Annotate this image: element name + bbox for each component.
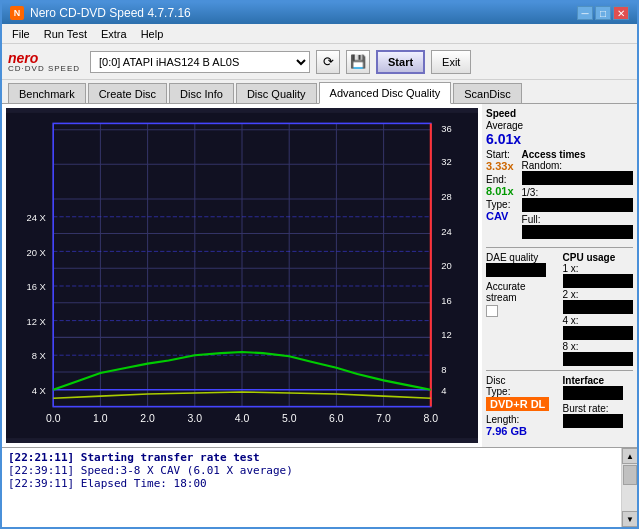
- burst-rate-value: [563, 414, 623, 428]
- accurate-stream-checkbox[interactable]: [486, 305, 498, 317]
- speed-end-label: End:: [486, 174, 514, 185]
- menu-extra[interactable]: Extra: [95, 26, 133, 42]
- speed-type-value: CAV: [486, 210, 514, 222]
- drive-select[interactable]: [0:0] ATAPI iHAS124 B AL0S: [90, 51, 310, 73]
- dae-cpu-section: DAE quality Accurate stream CPU usage 1 …: [486, 252, 633, 366]
- log-scrollbar: ▲ ▼: [621, 448, 637, 527]
- minimize-button[interactable]: ─: [577, 6, 593, 20]
- tab-disc-quality[interactable]: Disc Quality: [236, 83, 317, 103]
- svg-text:4: 4: [441, 385, 446, 396]
- tabs-bar: Benchmark Create Disc Disc Info Disc Qua…: [2, 80, 637, 104]
- speed-average-value: 6.01x: [486, 131, 633, 147]
- title-bar: N Nero CD-DVD Speed 4.7.7.16 ─ □ ✕: [2, 2, 637, 24]
- app-icon: N: [10, 6, 24, 20]
- tab-create-disc[interactable]: Create Disc: [88, 83, 167, 103]
- accurate-stream-label: Accurate stream: [486, 281, 557, 303]
- menu-help[interactable]: Help: [135, 26, 170, 42]
- divider-2: [486, 370, 633, 371]
- stats-panel: Speed Average 6.01x Start: 3.33x End: 8.…: [482, 104, 637, 447]
- access-times-title: Access times: [522, 149, 633, 160]
- dae-quality-label: DAE quality: [486, 252, 557, 263]
- nero-text: nero: [8, 51, 80, 65]
- cpu-4x-value: [563, 326, 634, 340]
- tab-disc-info[interactable]: Disc Info: [169, 83, 234, 103]
- menu-file[interactable]: File: [6, 26, 36, 42]
- log-line-1: [22:21:11] Starting transfer rate test: [8, 451, 615, 464]
- svg-text:4.0: 4.0: [235, 413, 250, 424]
- svg-text:0.0: 0.0: [46, 413, 61, 424]
- svg-text:16: 16: [441, 295, 452, 306]
- disc-length-label: Length:: [486, 414, 557, 425]
- log-content: [22:21:11] Starting transfer rate test […: [2, 448, 621, 527]
- svg-text:2.0: 2.0: [140, 413, 155, 424]
- toolbar: nero CD·DVD SPEED [0:0] ATAPI iHAS124 B …: [2, 44, 637, 80]
- svg-text:8 X: 8 X: [32, 350, 47, 361]
- window-controls: ─ □ ✕: [577, 6, 629, 20]
- nero-logo: nero CD·DVD SPEED: [8, 51, 80, 73]
- svg-text:20: 20: [441, 260, 452, 271]
- scroll-track: [622, 464, 637, 511]
- speed-start-value: 3.33x: [486, 160, 514, 172]
- svg-text:36: 36: [441, 123, 452, 134]
- access-one-third-value: [522, 198, 633, 212]
- svg-text:20 X: 20 X: [26, 247, 46, 258]
- burst-rate-label: Burst rate:: [563, 403, 634, 414]
- svg-text:12 X: 12 X: [26, 316, 46, 327]
- cpu-4x-label: 4 x:: [563, 315, 634, 326]
- svg-text:24: 24: [441, 226, 452, 237]
- divider-1: [486, 247, 633, 248]
- access-full-label: Full:: [522, 214, 633, 225]
- main-window: N Nero CD-DVD Speed 4.7.7.16 ─ □ ✕ File …: [0, 0, 639, 529]
- svg-text:7.0: 7.0: [376, 413, 391, 424]
- svg-text:24 X: 24 X: [26, 212, 46, 223]
- save-icon-button[interactable]: 💾: [346, 50, 370, 74]
- tab-advanced-disc-quality[interactable]: Advanced Disc Quality: [319, 82, 452, 104]
- disc-interface-section: Disc Type: DVD+R DL Length: 7.96 GB Inte…: [486, 375, 633, 437]
- start-button[interactable]: Start: [376, 50, 425, 74]
- access-full-value: [522, 225, 633, 239]
- svg-text:12: 12: [441, 329, 452, 340]
- access-random-label: Random:: [522, 160, 633, 171]
- access-random-value: [522, 171, 633, 185]
- disc-type-sub-label: Type:: [486, 386, 557, 397]
- log-area: [22:21:11] Starting transfer rate test […: [2, 447, 637, 527]
- svg-text:3.0: 3.0: [188, 413, 203, 424]
- refresh-icon-button[interactable]: ⟳: [316, 50, 340, 74]
- speed-title: Speed: [486, 108, 633, 119]
- speed-section: Speed Average 6.01x Start: 3.33x End: 8.…: [486, 108, 633, 239]
- access-one-third-label: 1/3:: [522, 187, 633, 198]
- scroll-thumb[interactable]: [623, 465, 637, 485]
- tab-benchmark[interactable]: Benchmark: [8, 83, 86, 103]
- svg-text:8.0: 8.0: [424, 413, 439, 424]
- svg-text:1.0: 1.0: [93, 413, 108, 424]
- menu-run-test[interactable]: Run Test: [38, 26, 93, 42]
- scroll-up-button[interactable]: ▲: [622, 448, 637, 464]
- disc-type-badge: DVD+R DL: [486, 397, 549, 411]
- svg-text:8: 8: [441, 364, 446, 375]
- log-line-3: [22:39:11] Elapsed Time: 18:00: [8, 477, 615, 490]
- close-button[interactable]: ✕: [613, 6, 629, 20]
- cpu-1x-label: 1 x:: [563, 263, 634, 274]
- disc-length-value: 7.96 GB: [486, 425, 557, 437]
- cpu-usage-title: CPU usage: [563, 252, 634, 263]
- nero-sub: CD·DVD SPEED: [8, 65, 80, 73]
- dae-quality-value: [486, 263, 546, 277]
- cpu-8x-value: [563, 352, 634, 366]
- menu-bar: File Run Test Extra Help: [2, 24, 637, 44]
- cpu-2x-value: [563, 300, 634, 314]
- scroll-down-button[interactable]: ▼: [622, 511, 637, 527]
- exit-button[interactable]: Exit: [431, 50, 471, 74]
- chart-and-stats: 0.0 1.0 2.0 3.0 4.0 5.0 6.0 7.0 8.0 4 X …: [2, 104, 637, 447]
- interface-value: [563, 386, 623, 400]
- cpu-1x-value: [563, 274, 634, 288]
- speed-type-label: Type:: [486, 199, 514, 210]
- svg-text:16 X: 16 X: [26, 281, 46, 292]
- cpu-8x-label: 8 x:: [563, 341, 634, 352]
- speed-average-label: Average: [486, 120, 633, 131]
- window-title: Nero CD-DVD Speed 4.7.7.16: [30, 6, 191, 20]
- accurate-stream-checkbox-row: [486, 305, 557, 317]
- interface-label: Interface: [563, 375, 634, 386]
- disc-type-label: Disc: [486, 375, 557, 386]
- maximize-button[interactable]: □: [595, 6, 611, 20]
- tab-scan-disc[interactable]: ScanDisc: [453, 83, 521, 103]
